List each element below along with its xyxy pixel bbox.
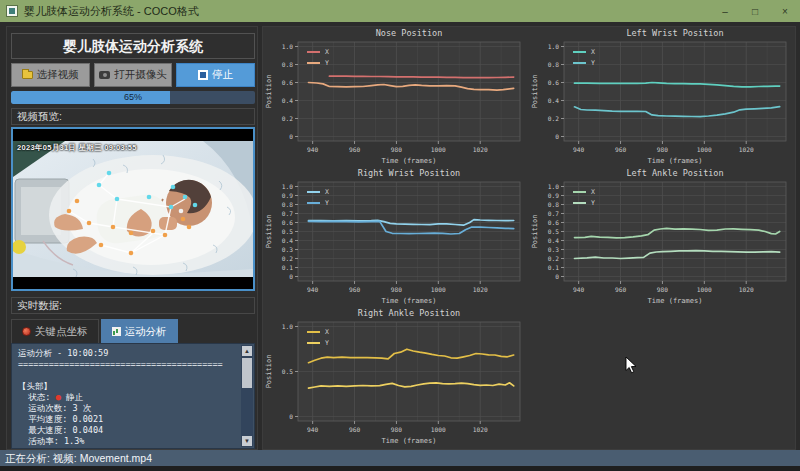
svg-text:940: 940 xyxy=(573,286,584,293)
svg-text:980: 980 xyxy=(657,146,668,153)
scrollbar-thumb[interactable] xyxy=(242,358,252,388)
svg-text:1.0: 1.0 xyxy=(282,323,293,330)
svg-text:1.0: 1.0 xyxy=(548,43,559,50)
svg-text:0.6: 0.6 xyxy=(282,219,293,226)
svg-text:0.4: 0.4 xyxy=(282,237,293,244)
minimize-button[interactable]: – xyxy=(710,0,740,22)
progress-value: 65% xyxy=(11,91,255,104)
svg-text:0.2: 0.2 xyxy=(282,115,293,122)
svg-text:X: X xyxy=(591,48,595,56)
scroll-up-icon[interactable]: ▲ xyxy=(242,346,252,356)
svg-text:0: 0 xyxy=(555,273,559,280)
svg-text:0.5: 0.5 xyxy=(282,228,293,235)
chart-left-wrist-position: Left Wrist Position00.20.40.60.81.094096… xyxy=(529,27,795,167)
svg-text:960: 960 xyxy=(349,426,360,433)
svg-text:Position: Position xyxy=(531,75,539,109)
svg-text:0.4: 0.4 xyxy=(282,97,293,104)
open-camera-label: 打开摄像头 xyxy=(114,68,167,82)
svg-text:Position: Position xyxy=(265,355,273,389)
svg-text:1.0: 1.0 xyxy=(282,183,293,190)
svg-text:0.3: 0.3 xyxy=(548,246,559,253)
svg-text:X: X xyxy=(325,188,329,196)
analysis-panel: 运动分析 - 10:00:59=========================… xyxy=(11,343,255,449)
folder-icon xyxy=(22,71,33,79)
svg-text:Nose Position: Nose Position xyxy=(376,28,443,38)
svg-text:960: 960 xyxy=(349,146,360,153)
select-video-label: 选择视频 xyxy=(37,68,79,82)
tab-keypoint-label: 关键点坐标 xyxy=(35,325,88,339)
svg-text:0.2: 0.2 xyxy=(548,255,559,262)
page-title: 婴儿肢体运动分析系统 xyxy=(11,33,255,59)
svg-text:0: 0 xyxy=(289,413,293,420)
svg-text:940: 940 xyxy=(573,146,584,153)
svg-text:0.9: 0.9 xyxy=(282,192,293,199)
chart-icon xyxy=(112,327,121,336)
tab-motion-label: 运动分析 xyxy=(125,325,167,339)
svg-text:Position: Position xyxy=(265,75,273,109)
svg-text:0: 0 xyxy=(289,133,293,140)
svg-text:980: 980 xyxy=(391,146,402,153)
svg-text:0.1: 0.1 xyxy=(282,264,293,271)
tab-motion-analysis[interactable]: 运动分析 xyxy=(101,319,178,343)
svg-text:Time (frames): Time (frames) xyxy=(382,297,437,305)
progress-bar: 65% xyxy=(11,91,255,104)
realtime-data-label: 实时数据: xyxy=(11,297,255,314)
camera-icon xyxy=(99,71,110,79)
window-edge xyxy=(0,466,800,471)
svg-text:Position: Position xyxy=(531,215,539,249)
svg-text:940: 940 xyxy=(307,146,318,153)
baby-pose-image xyxy=(13,141,253,283)
svg-text:1.0: 1.0 xyxy=(548,183,559,190)
svg-text:0.5: 0.5 xyxy=(282,368,293,375)
stop-label: 停止 xyxy=(212,68,233,82)
window-controls: – □ × xyxy=(710,0,800,22)
video-preview: 2023年05月31日 星期三 09:03:55 xyxy=(11,127,255,291)
select-video-button[interactable]: 选择视频 xyxy=(11,63,90,87)
svg-text:0.1: 0.1 xyxy=(548,264,559,271)
svg-text:1000: 1000 xyxy=(431,426,446,433)
window-title: 婴儿肢体运动分析系统 - COCO格式 xyxy=(24,4,199,19)
video-timestamp: 2023年05月31日 星期三 09:03:55 xyxy=(17,143,137,153)
svg-text:X: X xyxy=(591,188,595,196)
maximize-button[interactable]: □ xyxy=(740,0,770,22)
close-button[interactable]: × xyxy=(770,0,800,22)
svg-text:0.7: 0.7 xyxy=(548,210,559,217)
svg-text:940: 940 xyxy=(307,426,318,433)
analysis-output[interactable]: 运动分析 - 10:00:59=========================… xyxy=(12,344,241,448)
svg-text:0: 0 xyxy=(555,133,559,140)
scroll-down-icon[interactable]: ▼ xyxy=(242,436,252,446)
svg-text:1000: 1000 xyxy=(697,286,712,293)
status-bar: 正在分析: 视频: Movement.mp4 xyxy=(0,450,800,466)
status-text: 正在分析: 视频: Movement.mp4 xyxy=(5,452,152,464)
svg-text:Time (frames): Time (frames) xyxy=(648,297,703,305)
svg-text:0.2: 0.2 xyxy=(548,115,559,122)
svg-text:0.6: 0.6 xyxy=(548,79,559,86)
svg-text:960: 960 xyxy=(615,146,626,153)
svg-text:Time (frames): Time (frames) xyxy=(648,157,703,165)
svg-text:1000: 1000 xyxy=(431,286,446,293)
svg-text:Left Wrist Position: Left Wrist Position xyxy=(626,28,723,38)
svg-text:0.8: 0.8 xyxy=(282,201,293,208)
svg-text:0.7: 0.7 xyxy=(282,210,293,217)
svg-text:Y: Y xyxy=(325,59,329,67)
app-icon xyxy=(6,5,18,17)
svg-text:0.4: 0.4 xyxy=(548,237,559,244)
open-camera-button[interactable]: 打开摄像头 xyxy=(94,63,173,87)
target-icon xyxy=(22,327,31,336)
svg-text:0.6: 0.6 xyxy=(548,219,559,226)
svg-text:1000: 1000 xyxy=(431,146,446,153)
svg-text:Y: Y xyxy=(591,59,595,67)
svg-text:1020: 1020 xyxy=(473,146,488,153)
charts-grid: Nose Position00.20.40.60.81.094096098010… xyxy=(263,27,795,447)
svg-text:Left Ankle Position: Left Ankle Position xyxy=(626,168,723,178)
title-bar: 婴儿肢体运动分析系统 - COCO格式 – □ × xyxy=(0,0,800,22)
chart-right-wrist-position: Right Wrist Position00.10.20.30.40.50.60… xyxy=(263,167,529,307)
chart-nose-position: Nose Position00.20.40.60.81.094096098010… xyxy=(263,27,529,167)
stop-button[interactable]: 停止 xyxy=(176,63,255,87)
svg-text:0.3: 0.3 xyxy=(282,246,293,253)
tab-keypoint-coordinates[interactable]: 关键点坐标 xyxy=(11,319,99,343)
empty-chart-cell xyxy=(529,307,795,447)
svg-text:0.8: 0.8 xyxy=(548,201,559,208)
video-frame xyxy=(13,141,253,283)
scrollbar[interactable]: ▲ ▼ xyxy=(241,345,253,447)
